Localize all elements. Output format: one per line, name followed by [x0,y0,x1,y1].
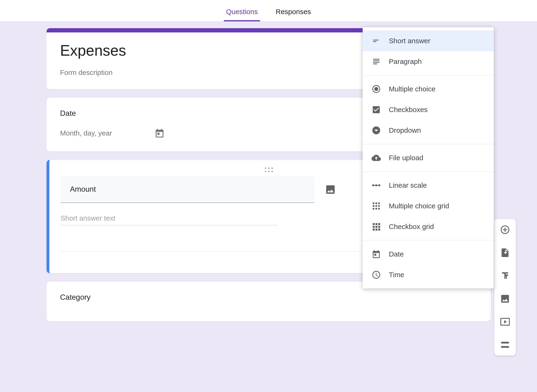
svg-rect-15 [375,223,377,225]
menu-item-label: Dropdown [389,126,421,134]
menu-item-label: Multiple choice grid [389,202,449,210]
paragraph-icon [372,57,381,66]
svg-rect-21 [375,229,377,230]
type-paragraph[interactable]: Paragraph [363,51,494,72]
svg-point-12 [375,208,377,210]
menu-item-label: Checkbox grid [389,223,434,231]
svg-point-7 [378,202,380,204]
svg-point-10 [378,205,380,207]
time-icon [372,270,381,280]
type-file-upload[interactable]: File upload [363,148,494,168]
mc-grid-icon [372,201,381,211]
svg-point-0 [374,87,378,91]
svg-point-11 [372,208,374,210]
question-title-input[interactable] [61,176,315,203]
add-image-icon[interactable] [325,184,336,195]
menu-item-label: Short answer [389,37,431,45]
svg-rect-18 [375,226,377,228]
type-dropdown[interactable]: Dropdown [363,120,494,141]
form-tabs: Questions Responses [0,0,537,22]
question-type-menu: Short answer Paragraph Multiple choice C… [363,27,494,288]
add-section-icon[interactable] [500,340,510,350]
floating-toolbar [494,219,516,356]
type-time[interactable]: Time [363,265,494,285]
add-video-icon[interactable] [500,317,510,327]
short-answer-icon [372,36,381,46]
menu-item-label: Time [389,271,405,279]
menu-item-label: File upload [389,154,424,162]
svg-point-5 [372,202,374,204]
cb-grid-icon [372,222,381,231]
svg-point-8 [372,205,374,207]
type-date[interactable]: Date [363,244,494,265]
import-questions-icon[interactable] [500,247,510,258]
tab-questions[interactable]: Questions [224,8,260,21]
date-icon [372,249,381,259]
type-checkboxes[interactable]: Checkboxes [363,99,494,120]
add-image-icon[interactable] [500,294,510,304]
menu-item-label: Multiple choice [389,85,435,93]
dropdown-icon [372,126,381,135]
linear-scale-icon [372,181,381,190]
checkbox-icon [372,105,381,114]
svg-rect-16 [378,223,380,225]
calendar-icon [154,128,165,138]
date-placeholder: Month, day, year [60,129,112,137]
add-title-icon[interactable] [500,271,510,281]
question-title: Category [60,293,477,302]
menu-item-label: Paragraph [389,58,422,65]
answer-placeholder: Short answer text [61,214,277,225]
svg-rect-22 [378,229,380,230]
menu-item-label: Checkboxes [389,106,428,114]
svg-rect-17 [373,226,375,228]
menu-item-label: Linear scale [389,181,427,189]
svg-rect-20 [373,229,375,230]
type-short-answer[interactable]: Short answer [363,31,494,51]
radio-icon [372,84,381,94]
svg-point-13 [378,208,380,210]
svg-rect-14 [373,223,375,225]
svg-point-6 [375,202,377,204]
tab-responses[interactable]: Responses [273,8,313,21]
form-canvas: Expenses Form description Date Month, da… [0,22,537,392]
type-multiple-choice-grid[interactable]: Multiple choice grid [363,196,494,216]
menu-item-label: Date [389,250,404,258]
type-checkbox-grid[interactable]: Checkbox grid [363,216,494,237]
type-linear-scale[interactable]: Linear scale [363,175,494,196]
cloud-upload-icon [372,153,381,163]
svg-point-9 [375,205,377,207]
svg-rect-19 [378,226,380,228]
add-question-icon[interactable] [500,224,510,235]
type-multiple-choice[interactable]: Multiple choice [363,79,494,99]
